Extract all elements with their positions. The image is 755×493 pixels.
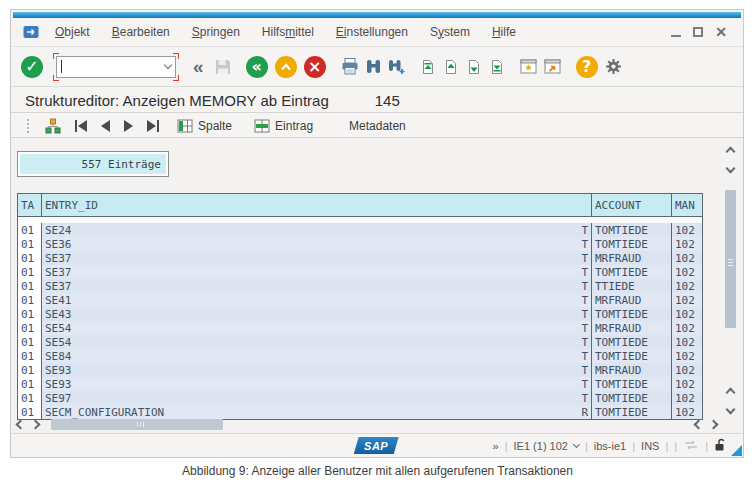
table-row[interactable]: 01SE37TTOMTIEDE102 bbox=[18, 265, 702, 279]
resize-grip[interactable] bbox=[731, 445, 742, 456]
horizontal-scroll-thumb[interactable] bbox=[51, 419, 223, 430]
cell-mandant[interactable]: 102 bbox=[671, 293, 702, 307]
header-entry-id[interactable]: ENTRY_ID bbox=[41, 194, 591, 216]
table-row[interactable]: 01SE93TTOMTIEDE102 bbox=[18, 377, 702, 391]
table-row[interactable]: 01SE24TTOMTIEDE102 bbox=[18, 223, 702, 237]
eintrag-button[interactable]: Eintrag bbox=[250, 117, 317, 135]
menu-item-einstellungen[interactable]: Einstellungen bbox=[336, 25, 408, 39]
table-row[interactable]: 01SE37TMRFRAUD102 bbox=[18, 251, 702, 265]
horizontal-scrollbar-right[interactable] bbox=[695, 417, 717, 432]
menu-item-system[interactable]: System bbox=[430, 25, 470, 39]
scroll-left-icon[interactable] bbox=[16, 420, 26, 430]
cell-account[interactable]: TOMTIEDE bbox=[591, 349, 671, 363]
cell-mandant[interactable]: 102 bbox=[671, 377, 702, 391]
cell-ta[interactable]: 01 bbox=[18, 251, 41, 265]
table-row[interactable]: 01SE41TMRFRAUD102 bbox=[18, 293, 702, 307]
cell-account[interactable]: TOMTIEDE bbox=[591, 237, 671, 251]
table-row[interactable]: 01SE84TTOMTIEDE102 bbox=[18, 349, 702, 363]
status-system-info[interactable]: IE1 (1) 102 bbox=[514, 440, 568, 452]
cell-entry-id[interactable]: SE84T bbox=[41, 349, 591, 363]
menu-item-bearbeiten[interactable]: Bearbeiten bbox=[112, 25, 170, 39]
cell-entry-id[interactable]: SE93T bbox=[41, 377, 591, 391]
vertical-scroll-thumb[interactable] bbox=[725, 190, 736, 328]
cell-ta[interactable]: 01 bbox=[18, 391, 41, 405]
find-next-button[interactable] bbox=[388, 59, 405, 75]
cell-mandant[interactable]: 102 bbox=[671, 307, 702, 321]
cell-account[interactable]: MRFRAUD bbox=[591, 293, 671, 307]
cell-account[interactable]: MRFRAUD bbox=[591, 363, 671, 377]
next-page-button[interactable] bbox=[466, 59, 482, 75]
scroll-down-icon[interactable] bbox=[726, 405, 736, 415]
last-page-button[interactable] bbox=[489, 59, 505, 75]
cell-ta[interactable]: 01 bbox=[18, 321, 41, 335]
enter-button[interactable]: ✓ bbox=[21, 56, 43, 78]
table-row[interactable]: 01SE97TTOMTIEDE102 bbox=[18, 391, 702, 405]
menu-item-springen[interactable]: Springen bbox=[192, 25, 240, 39]
save-button[interactable] bbox=[215, 59, 231, 75]
menu-item-objekt[interactable]: Objekt bbox=[55, 25, 90, 39]
cell-ta[interactable]: 01 bbox=[18, 293, 41, 307]
scroll-right-icon[interactable] bbox=[31, 420, 41, 430]
cell-ta[interactable]: 01 bbox=[18, 237, 41, 251]
previous-entry-button[interactable] bbox=[101, 120, 110, 132]
scroll-left-icon[interactable] bbox=[694, 420, 704, 430]
close-button[interactable]: ✕ bbox=[715, 27, 727, 37]
exit-button[interactable] bbox=[275, 56, 297, 78]
hierarchy-icon[interactable] bbox=[45, 118, 61, 134]
cell-mandant[interactable]: 102 bbox=[671, 321, 702, 335]
cell-entry-id[interactable]: SE37T bbox=[41, 251, 591, 265]
cell-mandant[interactable]: 102 bbox=[671, 391, 702, 405]
cell-entry-id[interactable]: SE93T bbox=[41, 363, 591, 377]
cell-account[interactable]: MRFRAUD bbox=[591, 251, 671, 265]
system-menu-icon[interactable] bbox=[23, 24, 39, 40]
header-ta[interactable]: TA bbox=[18, 194, 41, 216]
cell-mandant[interactable]: 102 bbox=[671, 335, 702, 349]
cell-mandant[interactable]: 102 bbox=[671, 349, 702, 363]
status-insert-mode[interactable]: INS bbox=[641, 440, 659, 452]
cell-entry-id[interactable]: SE54T bbox=[41, 321, 591, 335]
metadaten-button[interactable]: Metadaten bbox=[345, 117, 410, 135]
new-session-button[interactable] bbox=[520, 59, 537, 74]
header-mandant[interactable]: MAN bbox=[671, 194, 702, 216]
cell-mandant[interactable]: 102 bbox=[671, 363, 702, 377]
cell-entry-id[interactable]: SE36T bbox=[41, 237, 591, 251]
cell-mandant[interactable]: 102 bbox=[671, 237, 702, 251]
back-button[interactable]: « bbox=[246, 56, 268, 78]
header-account[interactable]: ACCOUNT bbox=[591, 194, 671, 216]
cell-ta[interactable]: 01 bbox=[18, 377, 41, 391]
print-button[interactable] bbox=[341, 58, 359, 75]
chevron-down-icon[interactable] bbox=[164, 61, 172, 69]
cell-entry-id[interactable]: SE37T bbox=[41, 279, 591, 293]
collapse-toolbar-icon[interactable]: « bbox=[193, 57, 204, 77]
create-shortcut-button[interactable] bbox=[544, 59, 561, 74]
table-row[interactable]: 01SE54TMRFRAUD102 bbox=[18, 321, 702, 335]
scroll-up-icon[interactable] bbox=[726, 388, 736, 398]
cell-ta[interactable]: 01 bbox=[18, 335, 41, 349]
command-input[interactable] bbox=[56, 56, 176, 78]
customize-layout-button[interactable] bbox=[605, 58, 622, 75]
next-entry-button[interactable] bbox=[124, 120, 133, 132]
cell-entry-id[interactable]: SE43T bbox=[41, 307, 591, 321]
cell-ta[interactable]: 01 bbox=[18, 223, 41, 237]
chevron-down-icon[interactable] bbox=[573, 441, 580, 448]
vertical-scrollbar[interactable] bbox=[723, 146, 738, 415]
cell-account[interactable]: TTIEDE bbox=[591, 279, 671, 293]
cell-entry-id[interactable]: SE97T bbox=[41, 391, 591, 405]
cell-account[interactable]: TOMTIEDE bbox=[591, 223, 671, 237]
spalte-button[interactable]: Spalte bbox=[173, 117, 236, 135]
cell-ta[interactable]: 01 bbox=[18, 307, 41, 321]
table-row[interactable]: 01SE93TMRFRAUD102 bbox=[18, 363, 702, 377]
cell-entry-id[interactable]: SE41T bbox=[41, 293, 591, 307]
scroll-down-icon[interactable] bbox=[726, 164, 736, 174]
scroll-right-icon[interactable] bbox=[709, 420, 719, 430]
first-page-button[interactable] bbox=[420, 59, 436, 75]
cell-mandant[interactable]: 102 bbox=[671, 279, 702, 293]
last-entry-button[interactable] bbox=[147, 120, 159, 132]
cell-account[interactable]: TOMTIEDE bbox=[591, 377, 671, 391]
first-entry-button[interactable] bbox=[75, 120, 87, 132]
cell-account[interactable]: TOMTIEDE bbox=[591, 391, 671, 405]
table-row[interactable]: 01SE43TTOMTIEDE102 bbox=[18, 307, 702, 321]
scroll-up-icon[interactable] bbox=[726, 147, 736, 157]
cell-mandant[interactable]: 102 bbox=[671, 265, 702, 279]
table-row[interactable]: 01SE54TTOMTIEDE102 bbox=[18, 335, 702, 349]
